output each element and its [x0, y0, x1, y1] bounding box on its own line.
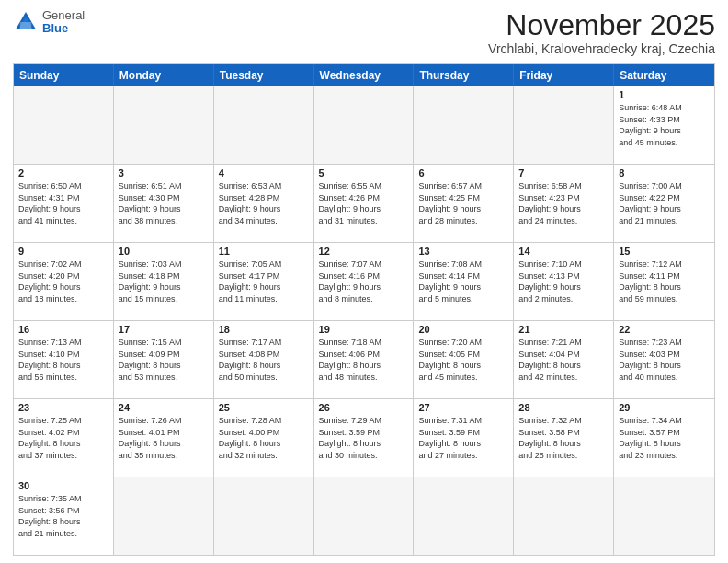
day-number: 1 — [619, 89, 710, 100]
day-number: 10 — [119, 246, 209, 257]
empty-cell-5-6 — [614, 477, 714, 555]
day-number: 9 — [18, 246, 108, 257]
day-cell-12: 12Sunrise: 7:07 AM Sunset: 4:16 PM Dayli… — [314, 243, 415, 320]
day-info: Sunrise: 7:07 AM Sunset: 4:16 PM Dayligh… — [319, 259, 409, 304]
day-cell-3: 3Sunrise: 6:51 AM Sunset: 4:30 PM Daylig… — [114, 165, 214, 242]
day-cell-5: 5Sunrise: 6:55 AM Sunset: 4:26 PM Daylig… — [314, 165, 415, 242]
calendar-row-3: 16Sunrise: 7:13 AM Sunset: 4:10 PM Dayli… — [14, 320, 714, 398]
day-number: 11 — [219, 246, 309, 257]
day-info: Sunrise: 7:00 AM Sunset: 4:22 PM Dayligh… — [619, 180, 710, 226]
empty-cell-0-1 — [114, 86, 214, 164]
day-cell-30: 30Sunrise: 7:35 AM Sunset: 3:56 PM Dayli… — [14, 477, 114, 555]
weekday-header-wednesday: Wednesday — [314, 64, 415, 86]
calendar-row-4: 23Sunrise: 7:25 AM Sunset: 4:02 PM Dayli… — [14, 398, 714, 477]
logo: General Blue — [13, 9, 85, 36]
day-info: Sunrise: 7:21 AM Sunset: 4:04 PM Dayligh… — [518, 337, 609, 383]
day-number: 2 — [18, 167, 108, 178]
day-cell-10: 10Sunrise: 7:03 AM Sunset: 4:18 PM Dayli… — [114, 243, 214, 320]
calendar-row-1: 2Sunrise: 6:50 AM Sunset: 4:31 PM Daylig… — [14, 164, 714, 242]
day-cell-4: 4Sunrise: 6:53 AM Sunset: 4:28 PM Daylig… — [214, 165, 314, 242]
logo-icon — [13, 9, 39, 35]
location-subtitle: Vrchlabi, Kralovehradecky kraj, Czechia — [488, 41, 715, 56]
page: General Blue November 2025 Vrchlabi, Kra… — [0, 0, 728, 563]
day-cell-25: 25Sunrise: 7:28 AM Sunset: 4:00 PM Dayli… — [214, 399, 314, 477]
day-number: 5 — [319, 167, 409, 178]
empty-cell-0-2 — [214, 86, 314, 164]
calendar-header: SundayMondayTuesdayWednesdayThursdayFrid… — [14, 64, 714, 86]
day-number: 24 — [119, 402, 209, 413]
header: General Blue November 2025 Vrchlabi, Kra… — [13, 9, 715, 56]
day-info: Sunrise: 7:23 AM Sunset: 4:03 PM Dayligh… — [619, 337, 710, 383]
day-cell-28: 28Sunrise: 7:32 AM Sunset: 3:58 PM Dayli… — [514, 399, 614, 477]
day-info: Sunrise: 7:18 AM Sunset: 4:06 PM Dayligh… — [319, 337, 409, 383]
day-cell-6: 6Sunrise: 6:57 AM Sunset: 4:25 PM Daylig… — [414, 165, 514, 242]
empty-cell-5-3 — [314, 477, 415, 555]
empty-cell-0-4 — [414, 86, 514, 164]
day-info: Sunrise: 7:17 AM Sunset: 4:08 PM Dayligh… — [219, 337, 309, 383]
day-info: Sunrise: 6:48 AM Sunset: 4:33 PM Dayligh… — [619, 102, 710, 148]
svg-rect-2 — [20, 22, 31, 29]
day-number: 6 — [418, 167, 508, 178]
empty-cell-5-2 — [214, 477, 314, 555]
calendar: SundayMondayTuesdayWednesdayThursdayFrid… — [13, 63, 715, 556]
day-info: Sunrise: 7:34 AM Sunset: 3:57 PM Dayligh… — [619, 415, 710, 461]
day-number: 28 — [518, 402, 609, 413]
weekday-header-friday: Friday — [514, 64, 614, 86]
day-info: Sunrise: 6:53 AM Sunset: 4:28 PM Dayligh… — [219, 180, 309, 226]
day-cell-9: 9Sunrise: 7:02 AM Sunset: 4:20 PM Daylig… — [14, 243, 114, 320]
day-number: 23 — [18, 402, 108, 413]
day-number: 22 — [619, 324, 710, 335]
day-number: 17 — [119, 324, 209, 335]
calendar-body: 1Sunrise: 6:48 AM Sunset: 4:33 PM Daylig… — [14, 86, 714, 555]
day-number: 7 — [518, 167, 609, 178]
day-number: 16 — [18, 324, 108, 335]
day-number: 26 — [319, 402, 409, 413]
day-info: Sunrise: 7:12 AM Sunset: 4:11 PM Dayligh… — [619, 259, 710, 304]
day-cell-26: 26Sunrise: 7:29 AM Sunset: 3:59 PM Dayli… — [314, 399, 415, 477]
day-number: 18 — [219, 324, 309, 335]
day-cell-24: 24Sunrise: 7:26 AM Sunset: 4:01 PM Dayli… — [114, 399, 214, 477]
day-cell-1: 1Sunrise: 6:48 AM Sunset: 4:33 PM Daylig… — [614, 86, 714, 164]
day-number: 20 — [418, 324, 508, 335]
day-cell-17: 17Sunrise: 7:15 AM Sunset: 4:09 PM Dayli… — [114, 321, 214, 398]
day-cell-15: 15Sunrise: 7:12 AM Sunset: 4:11 PM Dayli… — [614, 243, 714, 320]
weekday-header-thursday: Thursday — [414, 64, 514, 86]
weekday-header-saturday: Saturday — [614, 64, 714, 86]
calendar-row-2: 9Sunrise: 7:02 AM Sunset: 4:20 PM Daylig… — [14, 242, 714, 320]
title-block: November 2025 Vrchlabi, Kralovehradecky … — [488, 9, 715, 56]
day-info: Sunrise: 7:10 AM Sunset: 4:13 PM Dayligh… — [518, 259, 609, 304]
calendar-row-5: 30Sunrise: 7:35 AM Sunset: 3:56 PM Dayli… — [14, 477, 714, 555]
day-info: Sunrise: 7:15 AM Sunset: 4:09 PM Dayligh… — [119, 337, 209, 383]
empty-cell-5-4 — [414, 477, 514, 555]
day-cell-18: 18Sunrise: 7:17 AM Sunset: 4:08 PM Dayli… — [214, 321, 314, 398]
day-number: 27 — [418, 402, 508, 413]
day-info: Sunrise: 7:08 AM Sunset: 4:14 PM Dayligh… — [418, 259, 508, 304]
logo-text: General Blue — [42, 9, 85, 36]
day-number: 25 — [219, 402, 309, 413]
day-info: Sunrise: 7:03 AM Sunset: 4:18 PM Dayligh… — [119, 259, 209, 304]
day-info: Sunrise: 7:02 AM Sunset: 4:20 PM Dayligh… — [18, 259, 108, 304]
empty-cell-0-0 — [14, 86, 114, 164]
day-cell-11: 11Sunrise: 7:05 AM Sunset: 4:17 PM Dayli… — [214, 243, 314, 320]
weekday-header-monday: Monday — [114, 64, 214, 86]
day-info: Sunrise: 6:58 AM Sunset: 4:23 PM Dayligh… — [518, 180, 609, 226]
day-cell-19: 19Sunrise: 7:18 AM Sunset: 4:06 PM Dayli… — [314, 321, 415, 398]
day-cell-21: 21Sunrise: 7:21 AM Sunset: 4:04 PM Dayli… — [514, 321, 614, 398]
day-number: 14 — [518, 246, 609, 257]
calendar-row-0: 1Sunrise: 6:48 AM Sunset: 4:33 PM Daylig… — [14, 86, 714, 164]
day-info: Sunrise: 6:55 AM Sunset: 4:26 PM Dayligh… — [319, 180, 409, 226]
day-cell-14: 14Sunrise: 7:10 AM Sunset: 4:13 PM Dayli… — [514, 243, 614, 320]
logo-blue: Blue — [42, 22, 85, 35]
day-cell-22: 22Sunrise: 7:23 AM Sunset: 4:03 PM Dayli… — [614, 321, 714, 398]
day-number: 4 — [219, 167, 309, 178]
day-info: Sunrise: 6:51 AM Sunset: 4:30 PM Dayligh… — [119, 180, 209, 226]
weekday-header-tuesday: Tuesday — [214, 64, 314, 86]
day-cell-2: 2Sunrise: 6:50 AM Sunset: 4:31 PM Daylig… — [14, 165, 114, 242]
day-info: Sunrise: 6:57 AM Sunset: 4:25 PM Dayligh… — [418, 180, 508, 226]
day-number: 30 — [18, 480, 108, 491]
day-number: 15 — [619, 246, 710, 257]
day-info: Sunrise: 7:20 AM Sunset: 4:05 PM Dayligh… — [418, 337, 508, 383]
day-info: Sunrise: 7:26 AM Sunset: 4:01 PM Dayligh… — [119, 415, 209, 461]
day-info: Sunrise: 7:29 AM Sunset: 3:59 PM Dayligh… — [319, 415, 409, 461]
empty-cell-0-5 — [514, 86, 614, 164]
